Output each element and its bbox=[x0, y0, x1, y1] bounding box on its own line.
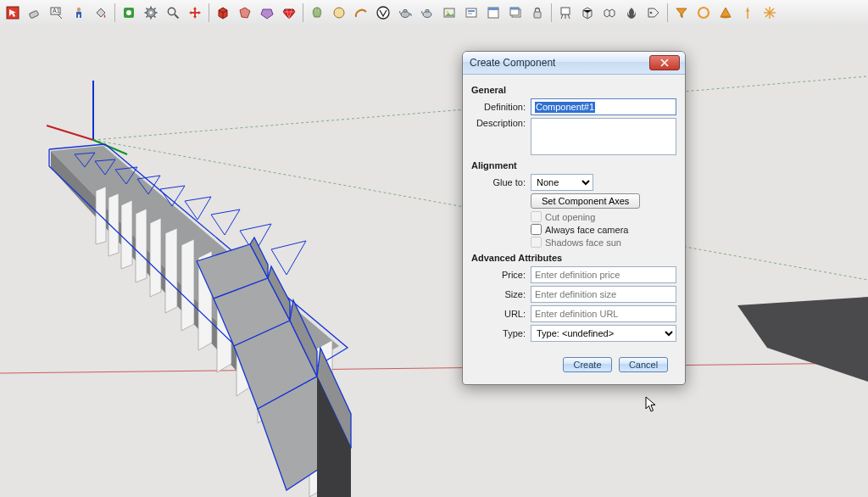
teapot-icon[interactable] bbox=[395, 3, 415, 23]
compass-orange-icon[interactable] bbox=[737, 3, 758, 23]
select-tool-icon[interactable] bbox=[3, 3, 23, 23]
cut-opening-checkbox bbox=[531, 211, 542, 222]
filter-orange-icon[interactable] bbox=[671, 3, 692, 23]
description-label: Description: bbox=[471, 118, 531, 128]
shadows-face-sun-checkbox bbox=[531, 237, 542, 248]
close-icon[interactable] bbox=[649, 55, 680, 70]
create-button[interactable]: Create bbox=[563, 357, 612, 372]
section-general-heading: General bbox=[471, 85, 676, 95]
always-face-camera-checkbox[interactable] bbox=[531, 224, 542, 235]
svg-point-37 bbox=[650, 12, 653, 14]
svg-marker-57 bbox=[121, 200, 132, 269]
cut-opening-checkbox-row[interactable]: Cut opening bbox=[531, 211, 676, 222]
svg-marker-60 bbox=[165, 228, 177, 313]
svg-point-6 bbox=[126, 10, 131, 15]
flame-icon[interactable] bbox=[621, 3, 642, 23]
plugin-green-icon[interactable] bbox=[119, 3, 139, 23]
svg-rect-22 bbox=[403, 10, 407, 13]
svg-point-4 bbox=[77, 8, 81, 11]
create-component-dialog: Create Component General Definition: Com… bbox=[462, 51, 686, 385]
svg-rect-24 bbox=[426, 10, 429, 13]
svg-line-16 bbox=[154, 8, 156, 10]
svg-line-14 bbox=[154, 16, 156, 18]
set-component-axes-button[interactable]: Set Component Axes bbox=[531, 193, 640, 209]
svg-point-17 bbox=[168, 8, 175, 14]
cone-orange-icon[interactable] bbox=[715, 3, 736, 23]
person-icon[interactable] bbox=[69, 3, 89, 23]
cube-red-icon[interactable] bbox=[213, 3, 233, 23]
svg-marker-61 bbox=[181, 239, 194, 331]
cut-opening-label: Cut opening bbox=[545, 212, 595, 222]
main-toolbar: A1 bbox=[0, 0, 868, 26]
svg-rect-35 bbox=[534, 12, 541, 18]
always-face-camera-label: Always face camera bbox=[545, 225, 628, 235]
svg-point-26 bbox=[447, 11, 449, 14]
vray-logo-icon[interactable] bbox=[373, 3, 393, 23]
gear-icon[interactable] bbox=[141, 3, 161, 23]
svg-point-19 bbox=[334, 8, 344, 18]
paint-bucket-icon[interactable] bbox=[91, 3, 111, 23]
svg-rect-36 bbox=[561, 8, 570, 14]
svg-text:A1: A1 bbox=[53, 8, 60, 14]
svg-line-15 bbox=[147, 16, 148, 18]
slide-icon[interactable] bbox=[461, 3, 481, 23]
svg-line-18 bbox=[175, 14, 179, 19]
box-icon[interactable] bbox=[577, 3, 598, 23]
ruby-icon[interactable] bbox=[279, 3, 299, 23]
type-label: Type: bbox=[471, 328, 531, 338]
url-label: URL: bbox=[471, 309, 531, 319]
tag-icon[interactable] bbox=[643, 3, 664, 23]
window-icon[interactable] bbox=[483, 3, 504, 23]
glue-to-label: Glue to: bbox=[471, 177, 531, 187]
cancel-button[interactable]: Cancel bbox=[619, 357, 668, 372]
description-input[interactable] bbox=[531, 118, 676, 155]
size-input[interactable] bbox=[531, 286, 676, 303]
shadows-face-sun-checkbox-row[interactable]: Shadows face sun bbox=[531, 237, 676, 248]
svg-point-38 bbox=[698, 8, 709, 18]
text-label-icon[interactable]: A1 bbox=[47, 3, 67, 23]
dialog-titlebar[interactable]: Create Component bbox=[463, 52, 685, 75]
ring-orange-icon[interactable] bbox=[693, 3, 714, 23]
type-select[interactable]: Type: <undefined> bbox=[531, 325, 676, 342]
picture-icon[interactable] bbox=[439, 3, 459, 23]
eraser-icon[interactable] bbox=[25, 3, 45, 23]
svg-point-23 bbox=[423, 12, 431, 18]
price-input[interactable] bbox=[531, 266, 676, 283]
svg-rect-34 bbox=[510, 8, 519, 10]
poly-purple-icon[interactable] bbox=[257, 3, 277, 23]
size-label: Size: bbox=[471, 289, 531, 299]
sparkle-orange-icon[interactable] bbox=[760, 3, 780, 23]
svg-rect-28 bbox=[468, 10, 475, 12]
svg-line-13 bbox=[147, 8, 148, 10]
glue-to-select[interactable]: None bbox=[531, 174, 593, 191]
definition-input[interactable]: Component#1 bbox=[531, 98, 676, 115]
poly-red-icon[interactable] bbox=[235, 3, 255, 23]
easel-icon[interactable] bbox=[555, 3, 576, 23]
url-input[interactable] bbox=[531, 305, 676, 322]
model-viewport[interactable] bbox=[0, 25, 868, 497]
lock-icon[interactable] bbox=[527, 3, 548, 23]
window-stack-icon[interactable] bbox=[505, 3, 526, 23]
move-arrows-icon[interactable] bbox=[185, 3, 205, 23]
magnifier-icon[interactable] bbox=[163, 3, 183, 23]
svg-point-21 bbox=[401, 12, 409, 18]
svg-rect-29 bbox=[468, 13, 472, 14]
svg-rect-1 bbox=[29, 10, 39, 19]
section-advanced-heading: Advanced Attributes bbox=[471, 253, 676, 263]
svg-rect-31 bbox=[488, 8, 498, 10]
arc-icon[interactable] bbox=[351, 3, 371, 23]
dialog-title-text: Create Component bbox=[470, 57, 555, 69]
shell-green-icon[interactable] bbox=[307, 3, 327, 23]
teapot2-icon[interactable] bbox=[417, 3, 437, 23]
circle-icon[interactable] bbox=[329, 3, 349, 23]
boxes-icon[interactable] bbox=[599, 3, 620, 23]
svg-point-39 bbox=[721, 16, 731, 19]
section-alignment-heading: Alignment bbox=[471, 160, 676, 170]
svg-point-8 bbox=[149, 11, 153, 14]
price-label: Price: bbox=[471, 270, 531, 280]
shadows-face-sun-label: Shadows face sun bbox=[545, 237, 621, 248]
svg-marker-59 bbox=[150, 218, 161, 297]
always-face-camera-checkbox-row[interactable]: Always face camera bbox=[531, 224, 676, 235]
definition-label: Definition: bbox=[471, 102, 531, 112]
svg-marker-58 bbox=[136, 209, 147, 282]
